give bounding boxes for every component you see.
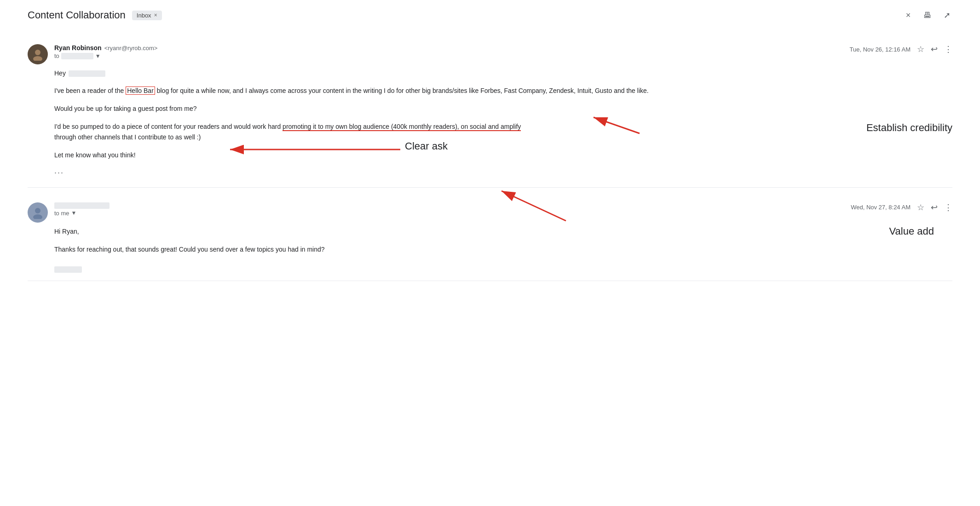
message-header-1: Ryan Robinson <ryanr@ryrob.com> to ▼ Tue… [28, 44, 952, 64]
email-subject-title: Content Collaboration [28, 9, 126, 21]
message-body-2: Hi Ryan, Thanks for reaching out, that s… [54, 226, 952, 273]
reply-sender-name-blurred [54, 202, 110, 209]
star-icon-2[interactable]: ☆ [917, 202, 924, 213]
message-header-2: to me ▼ Wed, Nov 27, 8:24 AM ☆ ↩ ⋮ [28, 202, 952, 223]
body-paragraph-3: I'd be so pumped to do a piece of conten… [54, 121, 952, 143]
sender-info-1: Ryan Robinson <ryanr@ryrob.com> to ▼ [28, 44, 157, 64]
email-message-1: Ryan Robinson <ryanr@ryrob.com> to ▼ Tue… [28, 37, 952, 188]
sender-name-1: Ryan Robinson <ryanr@ryrob.com> [54, 44, 157, 52]
reply-icon-1[interactable]: ↩ [931, 44, 938, 54]
message-date-1: Tue, Nov 26, 12:16 AM [850, 46, 911, 53]
greeting-1: Hey [54, 68, 952, 79]
to-label-1: to [54, 52, 59, 59]
message-meta-1: Tue, Nov 26, 12:16 AM ☆ ↩ ⋮ [850, 44, 952, 54]
to-line-2: to me ▼ [54, 210, 110, 217]
email-title-area: Content Collaboration Inbox × [28, 9, 162, 21]
inbox-close-button[interactable]: × [154, 12, 157, 18]
external-link-icon[interactable]: ➚ [941, 10, 952, 21]
hello-bar-link[interactable]: Hello Bar [126, 86, 155, 95]
star-icon-1[interactable]: ☆ [917, 44, 924, 54]
email-header: Content Collaboration Inbox × × 🖶 ➚ [28, 9, 952, 26]
print-icon[interactable]: 🖶 [922, 10, 933, 21]
email-thread-page: Content Collaboration Inbox × × 🖶 ➚ [0, 0, 980, 291]
sender-details-2: to me ▼ [54, 202, 110, 217]
ellipsis-1[interactable]: ··· [54, 166, 952, 180]
reply-icon-2[interactable]: ↩ [931, 202, 938, 213]
sender-info-2: to me ▼ [28, 202, 110, 223]
header-actions: × 🖶 ➚ [903, 10, 952, 21]
to-label-2: to me [54, 210, 69, 217]
svg-point-2 [35, 208, 40, 213]
body-paragraph-reply-1: Thanks for reaching out, that sounds gre… [54, 244, 952, 255]
reply-sign-blurred [54, 266, 82, 273]
svg-point-1 [33, 56, 42, 61]
email-message-2: to me ▼ Wed, Nov 27, 8:24 AM ☆ ↩ ⋮ Hi Ry… [28, 195, 952, 281]
body-paragraph-1: I've been a reader of the Hello Bar blog… [54, 86, 952, 96]
body-paragraph-2: Would you be up for taking a guest post … [54, 104, 952, 114]
message-meta-2: Wed, Nov 27, 8:24 AM ☆ ↩ ⋮ [851, 202, 952, 213]
to-line-1: to ▼ [54, 52, 157, 59]
svg-point-3 [33, 214, 42, 219]
message-date-2: Wed, Nov 27, 8:24 AM [851, 204, 911, 211]
message-body-1: Hey I've been a reader of the Hello Bar … [54, 68, 952, 180]
inbox-badge: Inbox × [132, 11, 162, 20]
sender-avatar-1 [28, 44, 48, 64]
to-recipient-1 [61, 53, 93, 59]
close-icon[interactable]: × [903, 10, 914, 21]
more-options-icon-2[interactable]: ⋮ [944, 202, 952, 213]
sender-details-1: Ryan Robinson <ryanr@ryrob.com> to ▼ [54, 44, 157, 59]
chevron-down-icon-1[interactable]: ▼ [95, 53, 101, 59]
chevron-down-icon-2[interactable]: ▼ [71, 210, 77, 216]
inbox-label: Inbox [137, 12, 151, 19]
sender-name-2 [54, 202, 110, 209]
sign-off-1: Let me know what you think! [54, 150, 952, 161]
svg-point-0 [35, 50, 40, 55]
greeting-recipient-blurred [69, 70, 105, 77]
greeting-2: Hi Ryan, [54, 226, 952, 237]
value-add-underline: promoting it to my own blog audience (40… [282, 123, 521, 131]
sender-email-1: <ryanr@ryrob.com> [104, 45, 158, 52]
more-options-icon-1[interactable]: ⋮ [944, 44, 952, 54]
sender-avatar-2 [28, 202, 48, 223]
